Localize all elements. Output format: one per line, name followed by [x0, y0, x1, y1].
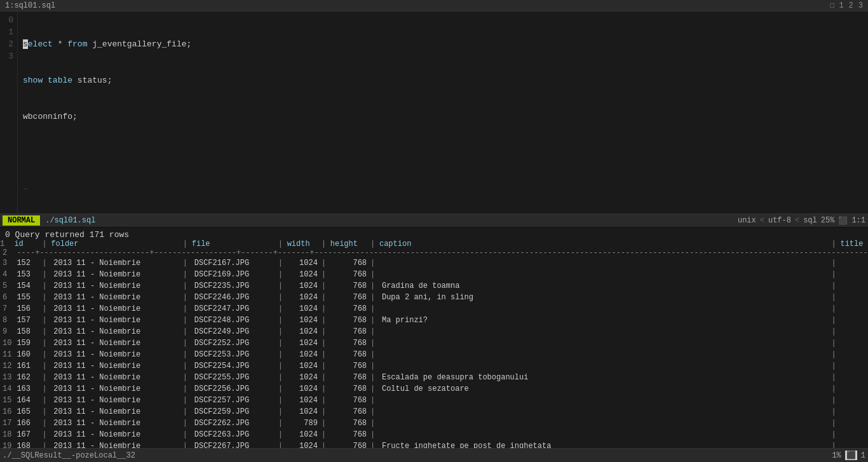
cell-height: 768	[330, 257, 369, 269]
cell-file: DSCF2247.JPG	[192, 303, 277, 315]
cell-title	[840, 280, 868, 292]
line-num-3: 3	[4, 50, 13, 62]
col-height: height	[330, 240, 369, 248]
cell-title	[840, 360, 868, 372]
cell-title	[840, 395, 868, 406]
pipe-5: |	[369, 418, 379, 429]
pipe-4: |	[320, 429, 330, 440]
pipe-5: |	[369, 280, 379, 292]
buffer-indicator-2: 2	[849, 1, 853, 10]
status-pct: 25%	[821, 216, 835, 225]
cell-width: 1024	[287, 372, 320, 383]
status-encoding: utf-8	[768, 216, 791, 225]
cell-id: 154	[14, 280, 41, 292]
code-content[interactable]: select * from j_eventgallery_file; show …	[18, 11, 868, 214]
cell-folder: 2013 11 - Noiembrie	[51, 303, 182, 315]
pipe-5: |	[369, 440, 379, 448]
cell-caption: Escalada pe deasupra toboganului	[379, 372, 831, 383]
cell-id: 165	[14, 406, 41, 418]
cell-folder: 2013 11 - Noiembrie	[51, 418, 182, 429]
editor-title-text: 1:sql01.sql	[5, 1, 55, 10]
cell-height: 768	[330, 280, 369, 292]
cell-caption: Gradina de toamna	[379, 280, 831, 292]
pipe-6: |	[831, 280, 841, 292]
table-row: 5154|2013 11 - Noiembrie|DSCF2235.JPG|10…	[0, 280, 868, 292]
cell-height: 768	[330, 395, 369, 406]
cell-height: 768	[330, 326, 369, 337]
pipe-3: |	[277, 326, 287, 337]
results-table-container[interactable]: 1 id | folder | file | width | height | …	[0, 240, 868, 448]
cell-title	[840, 429, 868, 440]
bottom-status-bar: ./__SQLResult__-pozeLocal__32 1% ⬛ 1	[0, 448, 868, 462]
pipe-4: |	[320, 383, 330, 395]
results-line-prefix: 0	[5, 230, 15, 240]
col-id: id	[14, 240, 41, 248]
cell-width: 1024	[287, 337, 320, 349]
cell-file: DSCF2235.JPG	[192, 280, 277, 292]
pipe-6: |	[831, 337, 841, 349]
pipe-3: |	[277, 406, 287, 418]
pipe-4: |	[320, 395, 330, 406]
cell-width: 1024	[287, 429, 320, 440]
pipe-1: |	[41, 349, 51, 360]
cell-id: 158	[14, 326, 41, 337]
table-row: 14163|2013 11 - Noiembrie|DSCF2256.JPG|1…	[0, 383, 868, 395]
pipe-5: |	[369, 315, 379, 326]
pipe-3: |	[277, 440, 287, 448]
col-title: title	[840, 240, 868, 248]
pipe-1: |	[41, 337, 51, 349]
pipe-2: |	[182, 383, 192, 395]
line-num-1: 1	[4, 26, 13, 38]
pipe-2: |	[182, 360, 192, 372]
cell-file: DSCF2262.JPG	[192, 418, 277, 429]
status-type: sql	[803, 216, 817, 225]
pipe-6: |	[831, 292, 841, 303]
cell-title	[840, 303, 868, 315]
lt2: <	[795, 216, 799, 225]
cell-id: 153	[14, 269, 41, 280]
cell-caption	[379, 326, 831, 337]
cell-title	[840, 349, 868, 360]
editor-filename: ./sql01.sql	[45, 216, 738, 225]
row-num: 10	[0, 337, 14, 349]
code-line-3	[23, 147, 863, 159]
pipe-6: |	[831, 406, 841, 418]
pipe-4: |	[320, 292, 330, 303]
cell-title	[840, 372, 868, 383]
pipe-2: |	[182, 372, 192, 383]
pipe-4: |	[320, 280, 330, 292]
row-num: 17	[0, 418, 14, 429]
cell-id: 160	[14, 349, 41, 360]
results-table: 1 id | folder | file | width | height | …	[0, 240, 868, 448]
cell-height: 768	[330, 383, 369, 395]
cell-width: 1024	[287, 349, 320, 360]
pipe-2: |	[182, 257, 192, 269]
results-area: 0 Query returned 171 rows 1 id | folder …	[0, 228, 868, 448]
cell-height: 768	[330, 337, 369, 349]
bottom-pct: 1%	[832, 451, 841, 460]
row-num: 15	[0, 395, 14, 406]
pipe-2: |	[182, 429, 192, 440]
pipe-h5: |	[369, 240, 379, 248]
table-header-row: 1 id | folder | file | width | height | …	[0, 240, 868, 248]
cell-folder: 2013 11 - Noiembrie	[51, 337, 182, 349]
cell-folder: 2013 11 - Noiembrie	[51, 280, 182, 292]
row-num: 19	[0, 440, 14, 448]
cell-caption	[379, 269, 831, 280]
cell-id: 162	[14, 372, 41, 383]
pipe-5: |	[369, 383, 379, 395]
cell-width: 1024	[287, 303, 320, 315]
cell-file: DSCF2167.JPG	[192, 257, 277, 269]
col-folder: folder	[51, 240, 182, 248]
cell-id: 157	[14, 315, 41, 326]
table-row: 6155|2013 11 - Noiembrie|DSCF2246.JPG|10…	[0, 292, 868, 303]
pipe-4: |	[320, 257, 330, 269]
results-header-text: Query returned 171 rows	[15, 230, 129, 240]
editor-content[interactable]: 0 1 2 3 select * from j_eventgallery_fil…	[0, 11, 868, 214]
pipe-3: |	[277, 395, 287, 406]
cell-folder: 2013 11 - Noiembrie	[51, 349, 182, 360]
cell-title	[840, 406, 868, 418]
pipe-5: |	[369, 360, 379, 372]
pipe-2: |	[182, 269, 192, 280]
cell-caption	[379, 337, 831, 349]
